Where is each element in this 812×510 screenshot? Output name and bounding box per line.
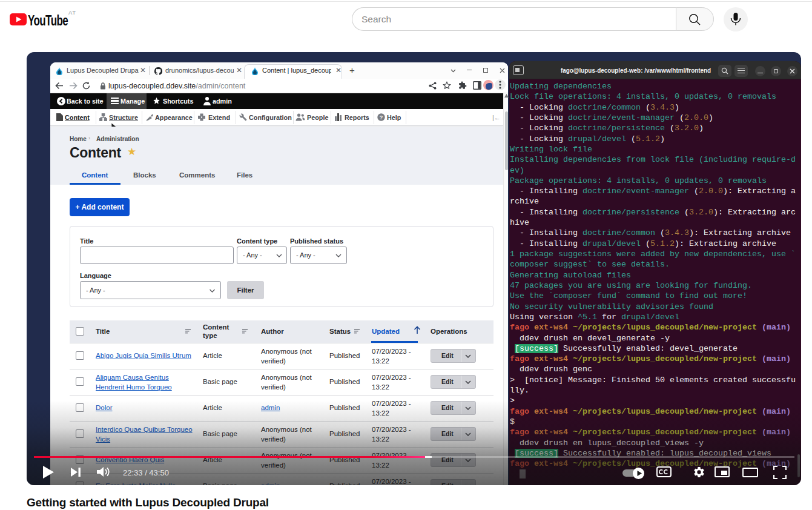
svg-text:?: ?: [380, 114, 383, 121]
